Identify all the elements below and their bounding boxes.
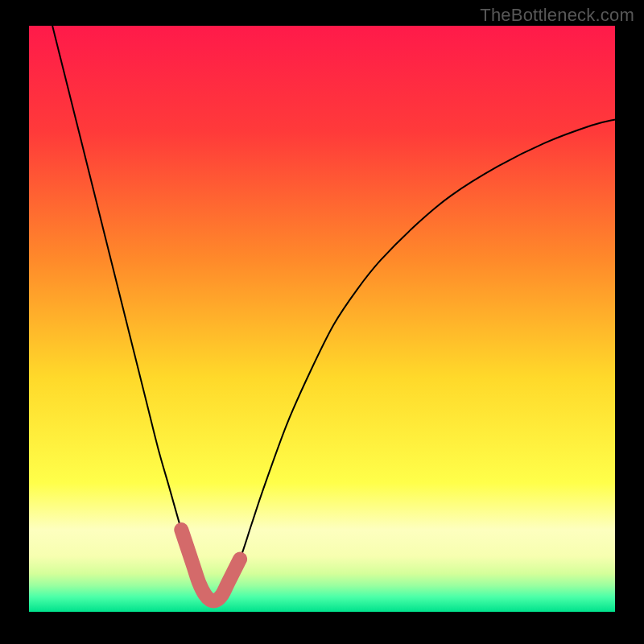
plot-background xyxy=(29,26,615,612)
watermark-text: TheBottleneck.com xyxy=(480,5,634,26)
bottleneck-chart xyxy=(0,0,644,644)
chart-stage: TheBottleneck.com xyxy=(0,0,644,644)
